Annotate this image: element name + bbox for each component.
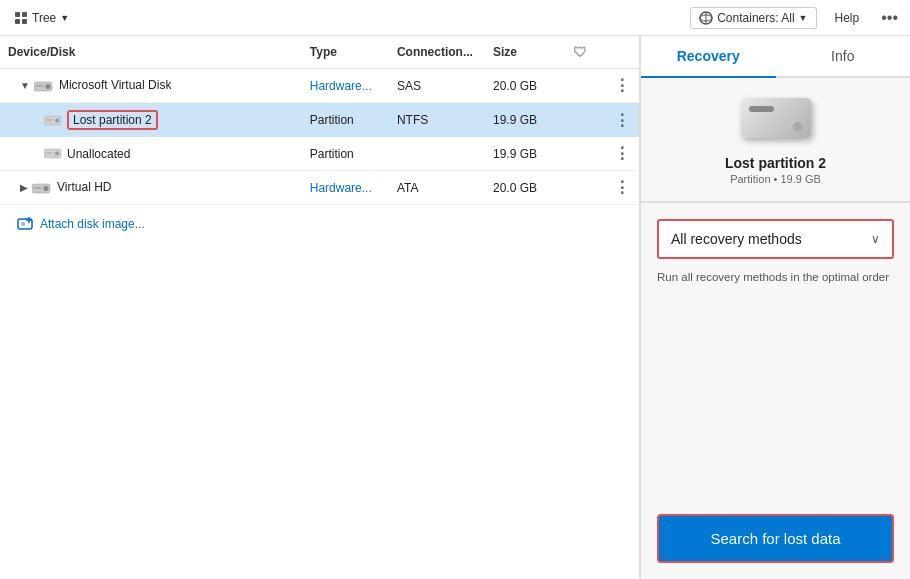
table-row[interactable]: Lost partition 2PartitionNTFS19.9 GB⋮ bbox=[0, 103, 639, 138]
disk-list-panel: Device/Disk Type Connection... Size 🛡 bbox=[0, 36, 640, 579]
more-options-icon[interactable]: ⋮ bbox=[614, 179, 630, 196]
help-label: Help bbox=[835, 11, 860, 25]
svg-rect-20 bbox=[21, 222, 25, 226]
row-connection-cell: ATA bbox=[389, 171, 485, 205]
main-content: Device/Disk Type Connection... Size 🛡 bbox=[0, 36, 910, 579]
row-more-cell[interactable]: ⋮ bbox=[606, 137, 639, 171]
attach-disk-icon bbox=[16, 215, 34, 233]
expand-icon[interactable]: ▼ bbox=[20, 80, 30, 91]
top-bar: Tree ▼ Containers: All ▼ Help ••• bbox=[0, 0, 910, 36]
disk-3d-icon bbox=[741, 98, 811, 143]
right-panel-tabs: Recovery Info bbox=[641, 36, 910, 78]
row-connection-cell bbox=[389, 137, 485, 171]
table-row[interactable]: ▶Virtual HDHardware...ATA20.0 GB⋮ bbox=[0, 171, 639, 205]
tab-recovery[interactable]: Recovery bbox=[641, 36, 776, 78]
row-size-cell: 20.0 GB bbox=[485, 69, 565, 103]
row-more-cell[interactable]: ⋮ bbox=[606, 69, 639, 103]
containers-label: Containers: All bbox=[717, 11, 794, 25]
search-lost-data-button[interactable]: Search for lost data bbox=[657, 514, 894, 563]
attach-disk-button[interactable]: Attach disk image... bbox=[0, 205, 639, 243]
disk-table: Device/Disk Type Connection... Size 🛡 bbox=[0, 36, 639, 205]
row-shield-cell bbox=[565, 69, 605, 103]
row-device-name: Unallocated bbox=[67, 147, 130, 161]
row-device-name: Virtual HD bbox=[57, 180, 111, 194]
row-type-cell: Partition bbox=[302, 103, 389, 138]
more-options-icon[interactable]: ⋮ bbox=[614, 145, 630, 162]
row-more-cell[interactable]: ⋮ bbox=[606, 171, 639, 205]
svg-rect-2 bbox=[15, 19, 20, 24]
row-more-cell[interactable]: ⋮ bbox=[606, 103, 639, 138]
row-name-cell: Lost partition 2 bbox=[0, 103, 302, 138]
svg-rect-9 bbox=[36, 85, 43, 87]
row-name-cell: Unallocated bbox=[0, 137, 302, 171]
help-button[interactable]: Help bbox=[829, 7, 866, 29]
flex-spacer bbox=[641, 301, 910, 502]
svg-rect-3 bbox=[22, 19, 27, 24]
right-panel: Recovery Info Lost partition 2 Partition… bbox=[640, 36, 910, 579]
row-device-name: Microsoft Virtual Disk bbox=[59, 78, 171, 92]
more-button[interactable]: ••• bbox=[877, 5, 902, 31]
row-size-cell: 19.9 GB bbox=[485, 137, 565, 171]
tree-button[interactable]: Tree ▼ bbox=[8, 7, 75, 29]
svg-point-17 bbox=[44, 186, 49, 191]
row-type-cell: Hardware... bbox=[302, 69, 389, 103]
selected-disk-name: Lost partition 2 bbox=[725, 155, 826, 171]
right-panel-content: Lost partition 2 Partition • 19.9 GB All… bbox=[641, 78, 910, 579]
recovery-method-dropdown[interactable]: All recovery methods ∨ bbox=[657, 219, 894, 259]
row-size-cell: 20.0 GB bbox=[485, 171, 565, 205]
more-options-icon[interactable]: ⋮ bbox=[614, 112, 630, 129]
more-options-icon[interactable]: ⋮ bbox=[614, 77, 630, 94]
svg-rect-1 bbox=[22, 12, 27, 17]
containers-chevron: ▼ bbox=[799, 13, 808, 23]
svg-point-11 bbox=[55, 118, 59, 122]
row-shield-cell bbox=[565, 103, 605, 138]
row-type-cell: Partition bbox=[302, 137, 389, 171]
row-connection-cell: NTFS bbox=[389, 103, 485, 138]
tab-info[interactable]: Info bbox=[776, 36, 911, 78]
row-shield-cell bbox=[565, 137, 605, 171]
attach-disk-label: Attach disk image... bbox=[40, 217, 145, 231]
containers-dropdown[interactable]: Containers: All ▼ bbox=[690, 7, 816, 29]
col-more bbox=[606, 36, 639, 69]
col-type: Type bbox=[302, 36, 389, 69]
svg-point-14 bbox=[55, 152, 59, 156]
recovery-method-section: All recovery methods ∨ Run all recovery … bbox=[641, 203, 910, 301]
table-row[interactable]: ▼Microsoft Virtual DiskHardware...SAS20.… bbox=[0, 69, 639, 103]
table-header-row: Device/Disk Type Connection... Size 🛡 bbox=[0, 36, 639, 69]
partition-icon bbox=[44, 148, 62, 160]
disk-icon bbox=[34, 80, 54, 93]
svg-rect-18 bbox=[34, 187, 41, 189]
svg-rect-0 bbox=[15, 12, 20, 17]
chevron-down-icon: ∨ bbox=[871, 232, 880, 246]
search-button-section: Search for lost data bbox=[641, 502, 910, 579]
partition-icon bbox=[44, 115, 62, 127]
recovery-method-desc: Run all recovery methods in the optimal … bbox=[657, 269, 894, 285]
row-type-cell: Hardware... bbox=[302, 171, 389, 205]
svg-rect-15 bbox=[46, 152, 52, 154]
row-device-name: Lost partition 2 bbox=[73, 113, 152, 127]
selected-disk-meta: Partition • 19.9 GB bbox=[730, 173, 821, 185]
row-size-cell: 19.9 GB bbox=[485, 103, 565, 138]
svg-rect-12 bbox=[46, 119, 52, 121]
row-shield-cell bbox=[565, 171, 605, 205]
disk-visual-section: Lost partition 2 Partition • 19.9 GB bbox=[641, 78, 910, 202]
containers-icon bbox=[699, 11, 713, 25]
tree-label: Tree bbox=[32, 11, 56, 25]
col-connection: Connection... bbox=[389, 36, 485, 69]
col-device: Device/Disk bbox=[0, 36, 302, 69]
col-shield: 🛡 bbox=[565, 36, 605, 69]
row-name-cell: ▼Microsoft Virtual Disk bbox=[0, 69, 302, 103]
tree-chevron: ▼ bbox=[60, 13, 69, 23]
recovery-method-label: All recovery methods bbox=[671, 231, 802, 247]
row-connection-cell: SAS bbox=[389, 69, 485, 103]
col-size: Size bbox=[485, 36, 565, 69]
row-name-cell: ▶Virtual HD bbox=[0, 171, 302, 205]
table-row[interactable]: UnallocatedPartition19.9 GB⋮ bbox=[0, 137, 639, 171]
expand-icon[interactable]: ▶ bbox=[20, 182, 28, 193]
disk-icon bbox=[32, 182, 52, 195]
tree-icon bbox=[14, 11, 28, 25]
svg-point-8 bbox=[45, 84, 50, 89]
